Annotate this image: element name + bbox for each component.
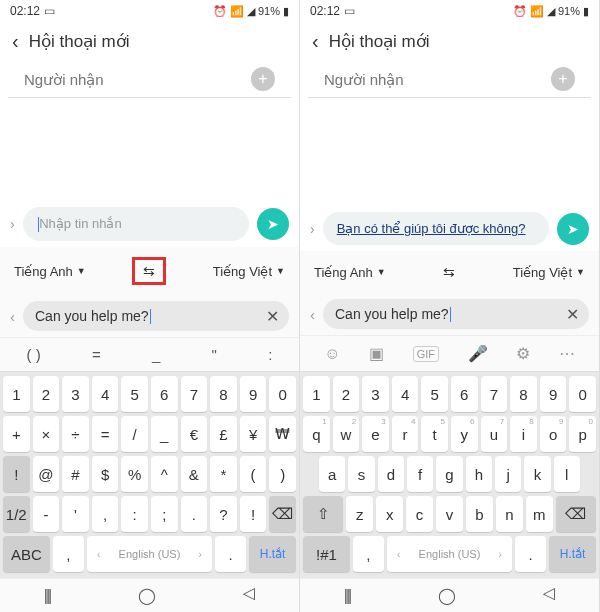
key[interactable]: 5 [421,376,448,412]
key[interactable]: m [526,496,553,532]
key[interactable]: h [466,456,492,492]
key[interactable]: $ [92,456,119,492]
target-lang-selector[interactable]: Tiếng Việt▼ [213,264,285,279]
key[interactable]: ; [151,496,178,532]
clear-button[interactable]: ✕ [266,307,279,326]
recipient-input[interactable] [24,71,251,88]
collapse-icon[interactable]: ‹ [10,308,15,325]
key[interactable]: 4 [92,376,119,412]
key[interactable]: w2 [333,416,360,452]
period-key[interactable]: . [515,536,546,572]
key[interactable]: + [3,416,30,452]
compose-input[interactable]: Bạn có thể giúp tôi được không? [323,212,549,245]
more-icon[interactable]: ⋯ [559,344,575,363]
gif-icon[interactable]: GIF [413,346,439,362]
settings-icon[interactable]: ⚙ [516,344,530,363]
target-lang-selector[interactable]: Tiếng Việt▼ [513,265,585,280]
period-key[interactable]: . [215,536,246,572]
key[interactable]: £ [210,416,237,452]
back-button[interactable]: ‹ [12,30,19,53]
key[interactable]: # [62,456,89,492]
key[interactable]: 3 [362,376,389,412]
key[interactable]: . [181,496,208,532]
key[interactable]: c [406,496,433,532]
key[interactable]: 4 [392,376,419,412]
key[interactable]: @ [33,456,60,492]
key[interactable]: 8 [210,376,237,412]
backspace-key[interactable]: ⌫ [269,496,296,532]
key[interactable]: z [346,496,373,532]
key[interactable]: _ [151,416,178,452]
key[interactable]: , [92,496,119,532]
key[interactable]: j [495,456,521,492]
key[interactable]: 9 [540,376,567,412]
key[interactable]: r4 [392,416,419,452]
key[interactable]: 2 [33,376,60,412]
symbols-page-key[interactable]: 1/2 [3,496,30,532]
key[interactable]: 0 [569,376,596,412]
suggestion[interactable]: ( ) [27,346,41,363]
key[interactable]: 3 [62,376,89,412]
key[interactable]: ( [240,456,267,492]
key[interactable]: ! [240,496,267,532]
key[interactable]: g [436,456,462,492]
comma-key[interactable]: , [53,536,84,572]
translate-input[interactable]: Can you help me? ✕ [23,301,289,331]
key[interactable]: / [121,416,148,452]
key[interactable]: 2 [333,376,360,412]
key[interactable]: l [554,456,580,492]
key[interactable]: 5 [121,376,148,412]
key[interactable]: a [319,456,345,492]
key[interactable]: 1 [303,376,330,412]
exclam-key[interactable]: ! [3,456,30,492]
shortcut-key[interactable]: H.tắt [549,536,596,572]
collapse-icon[interactable]: ‹ [310,306,315,323]
key[interactable]: - [33,496,60,532]
add-recipient-button[interactable]: + [551,67,575,91]
clear-button[interactable]: ✕ [566,305,579,324]
key[interactable]: : [121,496,148,532]
key[interactable]: ? [210,496,237,532]
mic-icon[interactable]: 🎤 [468,344,488,363]
key[interactable]: ÷ [62,416,89,452]
source-lang-selector[interactable]: Tiếng Anh▼ [314,265,386,280]
key[interactable]: 8 [510,376,537,412]
key[interactable]: y6 [451,416,478,452]
backspace-key[interactable]: ⌫ [556,496,596,532]
key[interactable]: u7 [481,416,508,452]
send-button[interactable]: ➤ [557,213,589,245]
key[interactable]: k [524,456,550,492]
key[interactable]: q1 [303,416,330,452]
key[interactable]: f [407,456,433,492]
comma-key[interactable]: , [353,536,384,572]
add-recipient-button[interactable]: + [251,67,275,91]
key[interactable]: × [33,416,60,452]
key[interactable]: * [210,456,237,492]
recipient-input[interactable] [324,71,551,88]
abc-key[interactable]: ABC [3,536,50,572]
suggestion[interactable]: = [92,346,101,363]
swap-languages-button[interactable]: ⇆ [435,261,463,283]
key[interactable]: 6 [451,376,478,412]
translate-input[interactable]: Can you help me? ✕ [323,299,589,329]
key[interactable]: 7 [481,376,508,412]
key[interactable]: ¥ [240,416,267,452]
send-button[interactable]: ➤ [257,208,289,240]
back-button[interactable]: ▷ [243,586,255,605]
key[interactable]: v [436,496,463,532]
home-button[interactable]: ◯ [438,586,456,605]
key[interactable]: ' [62,496,89,532]
recents-button[interactable]: ||| [44,587,50,605]
source-lang-selector[interactable]: Tiếng Anh▼ [14,264,86,279]
symbols-key[interactable]: !#1 [303,536,350,572]
key[interactable]: & [181,456,208,492]
key[interactable]: 0 [269,376,296,412]
emoji-icon[interactable]: ☺ [324,345,340,363]
key[interactable]: ^ [151,456,178,492]
compose-input[interactable]: Nhập tin nhắn [23,207,249,241]
key[interactable]: i8 [510,416,537,452]
key[interactable]: s [348,456,374,492]
key[interactable]: d [378,456,404,492]
key[interactable]: ₩ [269,416,296,452]
shortcut-key[interactable]: H.tắt [249,536,296,572]
